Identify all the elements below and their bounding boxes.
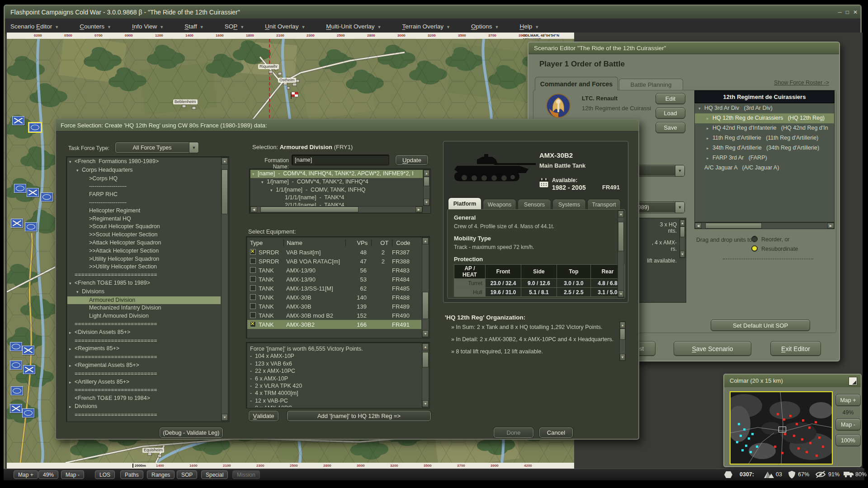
dialog-title[interactable]: Force Selection: Create 'HQ 12th Reg' us…	[56, 120, 638, 131]
force-tree-item[interactable]: ▾HQ 3rd Ar Div (3rd Ar Div)	[695, 103, 834, 113]
library-tree-item[interactable]: ▸Divisions	[67, 403, 221, 411]
menu-item[interactable]: Options▼	[471, 23, 499, 30]
tree-expand-icon[interactable]: ▸	[707, 114, 712, 123]
tree-expand-icon[interactable]: ▾	[76, 167, 82, 175]
library-tree-item[interactable]: FARP RHC	[67, 191, 221, 199]
status-bar-button[interactable]: Map -	[61, 470, 84, 479]
formation-name-input[interactable]: [name]	[292, 155, 389, 165]
scenario-panel-title[interactable]: Scenario Editor "The Ride of the 12th Cu…	[528, 42, 839, 54]
library-tree-item[interactable]: >Corps HQ	[67, 175, 221, 183]
equipment-checkbox[interactable]	[250, 249, 256, 255]
library-tree-item[interactable]: ▾Divisions	[67, 288, 221, 296]
window-control-icon[interactable]: ✕	[853, 9, 858, 15]
window-titlebar[interactable]: Flashpoint Campaigns Cold War - 3.0.0.98…	[5, 6, 860, 19]
library-tree-item[interactable]: ▸<Regiments 85+>	[67, 345, 221, 353]
equipment-checkbox[interactable]	[250, 321, 256, 327]
tree-expand-icon[interactable]: ▸	[707, 144, 712, 153]
tree-expand-icon[interactable]: ▸	[69, 403, 75, 411]
unit-counter[interactable]	[14, 184, 26, 193]
equipment-row[interactable]: TANK AMX-30B mod B2 152 FR490	[247, 311, 421, 320]
minimap-zoom-in-button[interactable]: Map +	[835, 394, 861, 406]
library-tree-item[interactable]: Helicopter Regiment	[67, 207, 221, 215]
equipment-checkbox[interactable]	[250, 303, 256, 309]
library-tree-item[interactable]: <French TO&E 1979 to 1984>	[67, 394, 221, 403]
tree-expand-icon[interactable]: ▸	[69, 362, 75, 370]
tree-expand-icon[interactable]: ▾	[69, 158, 75, 166]
set-default-unit-sop-button[interactable]: Set Default Unit SOP	[711, 319, 810, 331]
tree-expand-icon[interactable]: ▸	[69, 329, 75, 337]
equipment-row[interactable]: TANK AMX-30B2 166 FR491	[247, 320, 421, 329]
status-bar-button[interactable]: Paths	[120, 470, 143, 479]
status-bar-button[interactable]: Ranges	[147, 470, 175, 479]
menu-item[interactable]: Help▼	[519, 23, 539, 30]
library-tree-item[interactable]: ▾<French Formations 1980-1989>	[67, 158, 221, 166]
library-tree-item[interactable]: Armoured Division	[67, 296, 221, 305]
debug-validate-button[interactable]: (Debug - Validate Leg)	[159, 427, 223, 438]
task-force-type-select[interactable]: All Force Types▼	[115, 142, 199, 153]
library-tree-item[interactable]: --------------------	[67, 183, 221, 191]
scrollbar[interactable]: ▲▼	[679, 219, 685, 258]
library-tree-item[interactable]: Light Armoured Division	[67, 312, 221, 320]
library-tree-item[interactable]: --------------------	[67, 199, 221, 207]
tree-expand-icon[interactable]: ▾	[698, 104, 704, 113]
equipment-row[interactable]: SPRDR VAB Rasit[m] 48 2 FR387	[247, 248, 421, 257]
library-tree-item[interactable]: ▸<Division Assets 85+>	[67, 328, 221, 337]
unit-counter[interactable]	[10, 404, 22, 413]
force-tree-item[interactable]: ▸34th Reg d'Artillerie (34th Reg d'Artil…	[695, 143, 834, 153]
library-tree-item[interactable]: >>Utility Helicopter Section	[67, 263, 221, 271]
equipment-checkbox[interactable]	[250, 258, 256, 264]
detail-tab[interactable]: Platform	[448, 197, 481, 210]
tree-expand-icon[interactable]: ▸	[707, 134, 712, 143]
equipment-checkbox[interactable]	[250, 312, 256, 318]
equipment-scrollbar[interactable]: ▲▼	[422, 237, 429, 338]
window-control-icon[interactable]: ─	[838, 9, 842, 15]
add-formation-button[interactable]: Add '[name]' to HQ 12th Reg =>	[287, 410, 431, 422]
minimap-thumbnail[interactable]	[730, 391, 833, 465]
exit-editor-button[interactable]: Exit Editor	[770, 341, 821, 356]
equipment-row[interactable]: SPRDR VAB VOA RATAC[m] 47 2 FR388	[247, 257, 421, 266]
structure-vscrollbar[interactable]: ▲▼	[423, 169, 430, 206]
unit-counter[interactable]	[41, 192, 53, 202]
detail-tab[interactable]: Systems	[552, 199, 586, 210]
equipment-row[interactable]: TANK AMX-30B 139 FR489	[247, 302, 421, 311]
unit-counter[interactable]	[25, 222, 37, 231]
library-tree-item[interactable]: >>Attack Helicopter Section	[67, 247, 221, 255]
detail-tab[interactable]: Sensors	[518, 199, 551, 210]
library-tree-item[interactable]: >Utility Helicopter Squadron	[67, 255, 221, 263]
library-tree-item[interactable]: =========================	[67, 386, 221, 394]
equipment-checkbox[interactable]	[250, 285, 256, 291]
tree-expand-icon[interactable]: ▸	[707, 124, 712, 133]
menu-item[interactable]: SOP▼	[225, 23, 244, 30]
force-tree-item[interactable]: ▸11th Reg d'Artillerie (11th Reg d'Artil…	[695, 133, 834, 143]
formation-tree-item[interactable]: 1/1/1/[name] - TANK*4	[250, 194, 423, 202]
unit-counter[interactable]	[11, 219, 23, 228]
unit-counter[interactable]	[10, 361, 22, 370]
obscured-dropdown-1[interactable]: ▼	[636, 165, 685, 177]
menu-item[interactable]: Multi-Unit Overlay▼	[326, 23, 381, 30]
library-tree-item[interactable]: =========================	[67, 337, 221, 345]
equipment-row[interactable]: TANK AMX-30B 140 FR488	[247, 293, 421, 302]
tree-expand-icon[interactable]: ▸	[707, 154, 712, 163]
validate-button[interactable]: Validate	[248, 410, 279, 422]
status-bar-button[interactable]: LOS	[95, 470, 115, 479]
unit-counter[interactable]	[22, 346, 34, 355]
tree-expand-icon[interactable]: ▾	[261, 178, 267, 186]
unit-counter[interactable]	[12, 116, 24, 125]
unit-counter[interactable]	[29, 123, 41, 132]
obscured-dropdown-2[interactable]: 989)▼	[636, 202, 685, 213]
minimap-title[interactable]: Colmar (20 x 15 km)	[724, 375, 861, 387]
status-bar-button[interactable]: Special	[201, 470, 228, 479]
force-tree-item[interactable]: ▸HQ 42nd Reg d'Infanterie (HQ 42nd Reg d…	[695, 123, 834, 133]
formation-tree-item[interactable]: ▾1/1/[name] - COMV, TANK, INFHQ	[250, 186, 423, 194]
unit-counter[interactable]	[22, 408, 34, 418]
cancel-button[interactable]: Cancel	[539, 427, 573, 438]
status-bar-button[interactable]: 49%	[38, 470, 58, 479]
formation-tree-item[interactable]: ▾[name] - COMV*4, INFHQ*4, TANK*2, APCW*…	[250, 170, 423, 178]
unit-counter[interactable]	[23, 365, 35, 374]
library-tree-item[interactable]: >Scout Helicopter Squadron	[67, 223, 221, 231]
library-tree-item[interactable]: >Regimental HQ	[67, 215, 221, 223]
tab-commander-and-forces[interactable]: Commander and Forces	[535, 77, 618, 90]
tree-expand-icon[interactable]: ▸	[69, 420, 75, 421]
formation-tree-item[interactable]: ▾1/[name] - COMV*4, TANK*2, INFHQ*4	[250, 178, 423, 186]
force-tree-item[interactable]: ▸HQ 12th Reg de Cuirassiers (HQ 12th Reg…	[695, 113, 834, 123]
